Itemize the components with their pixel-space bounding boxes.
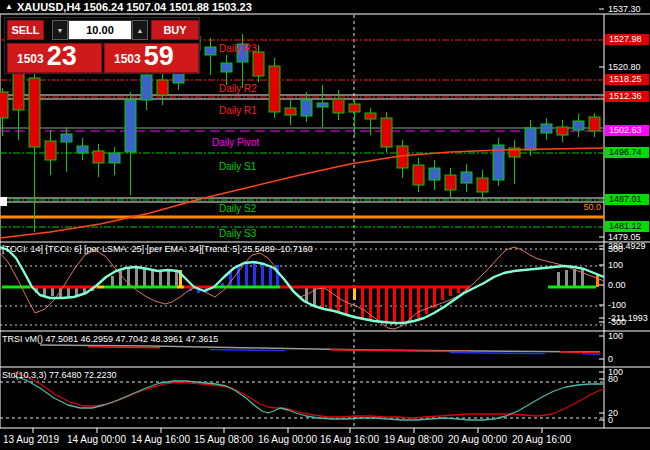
candle-body — [253, 52, 264, 76]
candle-body — [333, 99, 344, 113]
tcci-histogram-bar — [253, 262, 256, 286]
tcci-histogram-bar — [167, 270, 170, 286]
candle-body — [61, 134, 72, 142]
tcci-histogram-bar — [151, 270, 154, 286]
one-click-trade-panel: SELL ▼ 10.00 ▲ BUY 1503 23 1503 59 — [4, 17, 200, 74]
bid-price-major: 1503 — [17, 52, 44, 66]
candle-body — [13, 70, 24, 110]
candle-body — [445, 175, 456, 190]
tcci-histogram-bar — [457, 288, 460, 293]
tcci-histogram-bar — [557, 272, 560, 286]
left-edge-marker — [0, 197, 7, 206]
tcci-histogram-bar — [449, 288, 452, 296]
volume-increase-button[interactable]: ▲ — [132, 20, 148, 40]
tcci-histogram-bar — [237, 266, 240, 286]
tcci-histogram-bar — [67, 288, 70, 297]
candle-body — [29, 78, 40, 147]
chart-title: ▲XAUUSD,H4 1506.24 1507.04 1501.88 1503.… — [5, 1, 252, 13]
candle-body — [557, 127, 568, 135]
volume-input[interactable]: 10.00 — [68, 20, 132, 40]
candle-body — [205, 47, 216, 55]
candle-body — [0, 92, 8, 118]
ema-curve — [0, 148, 604, 238]
tcci-histogram-bar — [409, 288, 412, 321]
tcci-histogram-bar — [261, 264, 264, 286]
tcci-histogram-bar — [385, 288, 388, 324]
tcci-histogram-bar — [321, 288, 324, 309]
candle-body — [589, 117, 600, 131]
candle-body — [269, 66, 280, 112]
candle-body — [317, 103, 328, 107]
tcci-histogram-bar — [111, 276, 114, 286]
volume-decrease-button[interactable]: ▼ — [52, 20, 68, 40]
tcci-histogram-bar — [401, 288, 404, 323]
candle-body — [221, 63, 232, 72]
tcci-histogram-bar — [565, 270, 568, 286]
tcci-histogram-bar — [425, 288, 428, 314]
tcci-histogram-bar — [269, 268, 272, 286]
candle-body — [413, 165, 424, 185]
tcci-histogram-bar — [353, 288, 356, 300]
candle-body — [93, 151, 104, 163]
candle-body — [109, 153, 120, 163]
tcci-histogram-bar — [245, 263, 248, 286]
tcci-histogram-bar — [135, 268, 138, 286]
trsi-red-segment — [88, 347, 160, 348]
candle-body — [45, 141, 56, 160]
candle-body — [477, 178, 488, 192]
tcci-histogram-bar — [51, 288, 54, 296]
tcci-histogram-bar — [393, 288, 396, 323]
buy-button[interactable]: BUY — [151, 20, 199, 40]
candle-body — [301, 100, 312, 116]
tcci-histogram-bar — [361, 288, 364, 319]
candle-body — [525, 128, 536, 150]
chart-title-text: XAUUSD,H4 1506.24 1507.04 1501.88 1503.2… — [17, 1, 252, 13]
tcci-histogram-bar — [573, 269, 576, 286]
candle-body — [141, 75, 152, 100]
sto-main-line — [14, 376, 604, 420]
candle-body — [429, 168, 440, 180]
ask-price-major: 1503 — [114, 52, 141, 66]
tcci-histogram-bar — [337, 288, 340, 313]
trsi-gray-line — [40, 345, 600, 352]
tcci-histogram-bar — [441, 288, 444, 300]
tcci-histogram-bar — [417, 288, 420, 318]
candle-body — [157, 80, 168, 95]
bid-price-minor: 23 — [47, 44, 77, 69]
candle-body — [573, 121, 584, 130]
sto-signal-line — [14, 372, 604, 418]
candle-body — [125, 100, 136, 152]
trsi-red-segment — [560, 352, 600, 353]
tcci-histogram-bar — [377, 288, 380, 323]
ask-price-minor: 59 — [144, 44, 174, 69]
tcci-histogram-bar — [43, 288, 46, 295]
candle-body — [237, 44, 248, 62]
candle-body — [365, 113, 376, 119]
candle-body — [381, 118, 392, 147]
mt4-chart-window: Daily R3Daily R2Daily R1Daily PivotDaily… — [0, 0, 650, 450]
ask-price-display[interactable]: 1503 59 — [104, 43, 199, 73]
candle-body — [285, 108, 296, 115]
candle-body — [461, 172, 472, 183]
trsi-blue-segment — [210, 350, 285, 351]
candle-body — [349, 104, 360, 112]
sell-button[interactable]: SELL — [7, 20, 44, 40]
tcci-main-line — [0, 247, 604, 323]
trsi-blue-segment — [450, 353, 545, 354]
tcci-histogram-bar — [143, 269, 146, 286]
chart-symbol-icon: ▲ — [5, 2, 13, 11]
tcci-histogram-bar — [159, 271, 162, 286]
tcci-histogram-bar — [175, 270, 178, 286]
candle-body — [77, 146, 88, 153]
candle-body — [541, 124, 552, 133]
trsi-blue-segment — [582, 354, 600, 355]
bid-price-display[interactable]: 1503 23 — [7, 43, 102, 73]
